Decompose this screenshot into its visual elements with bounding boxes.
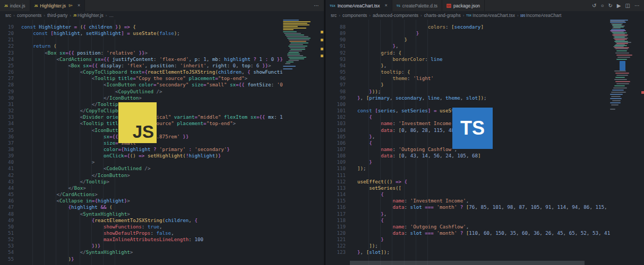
tab-label: index.js bbox=[10, 3, 25, 8]
code-line[interactable]: 114 { bbox=[325, 191, 644, 198]
line-number: 20 bbox=[0, 30, 14, 37]
code-line[interactable]: 122 ]); bbox=[325, 243, 644, 249]
run-icon[interactable]: ▶ bbox=[617, 3, 621, 8]
code-line[interactable]: 46 <Collapse in={highlight}> bbox=[0, 198, 324, 204]
code-line[interactable]: 34 <Tooltip title="Show the source" plac… bbox=[0, 120, 324, 127]
code-line[interactable]: 42 </IconButton> bbox=[0, 172, 324, 179]
breadcrumb-item-components[interactable]: components bbox=[17, 13, 41, 18]
code-text: {highlight && ( bbox=[21, 204, 113, 210]
code-line[interactable]: 52 maxInlineAttributesLineLength: 100 bbox=[0, 236, 324, 243]
code-line[interactable]: 35 <IconButton bbox=[0, 127, 324, 134]
code-line[interactable]: 51 showDefaultProps: false, bbox=[0, 230, 324, 236]
nav-back-icon[interactable]: ↺ bbox=[592, 3, 596, 8]
code-line[interactable]: 21 bbox=[0, 37, 324, 43]
code-line[interactable]: 119 name: 'Outgoing Cashflow', bbox=[325, 224, 644, 230]
breadcrumb-item-src[interactable]: src bbox=[331, 13, 337, 18]
code-line[interactable]: 118 { bbox=[325, 217, 644, 224]
code-line[interactable]: 120 data: slot === 'month' ? [110, 60, 1… bbox=[325, 230, 644, 236]
tab-Highlighter.js[interactable]: JSHighlighter.js9+× bbox=[30, 0, 85, 11]
code-line[interactable]: 28 <IconButton color="secondary" size="s… bbox=[0, 82, 324, 88]
code-line[interactable]: 24 <CardActions sx={{ justifyContent: 'f… bbox=[0, 56, 324, 63]
code-line[interactable]: 117 }, bbox=[325, 211, 644, 217]
code-line[interactable]: 111 bbox=[325, 172, 644, 179]
editor-left[interactable]: 19const Highlighter = ({ children }) => … bbox=[0, 20, 324, 265]
code-line[interactable]: 95 tooltip: { bbox=[325, 69, 644, 75]
code-line[interactable]: 116 data: slot === 'month' ? [76, 85, 10… bbox=[325, 204, 644, 210]
code-line[interactable]: 49 {reactElementToJSXString(children, { bbox=[0, 217, 324, 224]
tab-createPalette.d.ts[interactable]: TScreatePalette.d.ts bbox=[392, 0, 442, 11]
close-icon[interactable]: × bbox=[78, 3, 80, 8]
code-line[interactable]: 39 onClick={() => setHighlight(!highligh… bbox=[0, 153, 324, 159]
tab-IncomeAreaChart.tsx[interactable]: TSXIncomeAreaChart.tsx× bbox=[325, 0, 392, 11]
minimap-line bbox=[611, 104, 619, 105]
code-line[interactable]: 37 size="small" bbox=[0, 140, 324, 146]
tab-package.json[interactable]: npmpackage.json bbox=[442, 0, 485, 11]
code-line[interactable]: 50 showFunctions: true, bbox=[0, 224, 324, 230]
split-editor-icon[interactable]: ◫ bbox=[625, 3, 630, 8]
code-line[interactable]: 32 </CopyToClipboard> bbox=[0, 108, 324, 114]
breadcrumb-item-components[interactable]: components bbox=[342, 13, 367, 18]
code-line[interactable]: 112useEffect(() => { bbox=[325, 179, 644, 185]
breadcrumb-item-third-party[interactable]: third-party bbox=[47, 13, 67, 18]
code-line[interactable]: 110]); bbox=[325, 165, 644, 172]
code-line[interactable]: 96 theme: 'light' bbox=[325, 75, 644, 82]
code-line[interactable]: 108 data: [0, 43, 14, 56, 24, 105, 68] bbox=[325, 153, 644, 159]
nav-forward-icon[interactable]: ↻ bbox=[608, 3, 612, 8]
code-line[interactable]: 90 } bbox=[325, 37, 644, 43]
code-line[interactable]: 93 borderColor: line bbox=[325, 56, 644, 63]
code-line[interactable]: 91 }, bbox=[325, 43, 644, 49]
close-icon[interactable]: × bbox=[385, 3, 388, 8]
breadcrumb-item-advanced-components[interactable]: advanced-components bbox=[373, 13, 418, 18]
code-line[interactable]: 40 > bbox=[0, 159, 324, 165]
code-line[interactable]: 23 <Box sx={{ position: 'relative' }}> bbox=[0, 50, 324, 56]
code-line[interactable]: 36 sx={{ fontSize: '0.875rem' }} bbox=[0, 134, 324, 140]
code-line[interactable]: 30 </IconButton> bbox=[0, 95, 324, 101]
breadcrumb-item-…[interactable]: … bbox=[109, 13, 114, 18]
code-line[interactable]: 41 <CodeOutlined /> bbox=[0, 165, 324, 172]
code-line[interactable]: 44 </Box> bbox=[0, 185, 324, 191]
code-line[interactable]: 113 setSeries([ bbox=[325, 185, 644, 191]
more-actions-icon[interactable]: ⋯ bbox=[314, 3, 319, 8]
code-line[interactable]: 99}, [primary, secondary, line, theme, s… bbox=[325, 95, 644, 101]
code-line[interactable]: 115 name: 'Investment Income', bbox=[325, 198, 644, 204]
code-line[interactable]: 54 </SyntaxHighlight> bbox=[0, 249, 324, 255]
code-line[interactable]: 43 </Tooltip> bbox=[0, 179, 324, 185]
breadcrumb-item-Highlighter.js[interactable]: JSHighlighter.js bbox=[73, 13, 104, 18]
code-line[interactable]: 47 {highlight && ( bbox=[0, 204, 324, 210]
minimap[interactable] bbox=[283, 20, 314, 265]
code-line[interactable]: 53 })} bbox=[0, 243, 324, 249]
code-line[interactable]: 55 )} bbox=[0, 256, 324, 262]
breadcrumb-item-src[interactable]: src bbox=[5, 13, 11, 18]
code-line[interactable]: 97 } bbox=[325, 82, 644, 88]
code-line[interactable]: 29 <CopyOutlined /> bbox=[0, 89, 324, 95]
code-line[interactable]: 27 <Tooltip title="Copy the source" plac… bbox=[0, 75, 324, 82]
code-line[interactable]: 92 grid: { bbox=[325, 50, 644, 56]
code-line[interactable]: 94 }, bbox=[325, 63, 644, 69]
code-line[interactable]: 88 colors: [secondary] bbox=[325, 24, 644, 30]
code-line[interactable]: 26 <CopyToClipboard text={reactElementTo… bbox=[0, 69, 324, 75]
minimap[interactable] bbox=[610, 20, 640, 265]
code-line[interactable]: 38 color={highlight ? 'primary' : 'secon… bbox=[0, 146, 324, 153]
tab-index.js[interactable]: JSindex.js bbox=[0, 0, 30, 11]
code-line[interactable]: 89 } bbox=[325, 30, 644, 37]
code-line[interactable]: 19const Highlighter = ({ children }) => … bbox=[0, 24, 324, 30]
code-area[interactable]: 19const Highlighter = ({ children }) => … bbox=[0, 20, 324, 265]
code-line[interactable]: 121 } bbox=[325, 236, 644, 243]
breadcrumb-item-IncomeAreaChart.tsx[interactable]: TSXIncomeAreaChart.tsx bbox=[466, 13, 515, 18]
code-line[interactable]: 20 const [highlight, setHighlight] = use… bbox=[0, 30, 324, 37]
code-line[interactable]: 22 return ( bbox=[0, 43, 324, 49]
code-line[interactable]: 31 </Tooltip> bbox=[0, 101, 324, 108]
breadcrumb-item-charts-and-graphs[interactable]: charts-and-graphs bbox=[424, 13, 461, 18]
horizontal-scrollbar[interactable] bbox=[350, 261, 585, 265]
breadcrumb-item-IncomeAreaChart[interactable]: [@]IncomeAreaChart bbox=[521, 13, 562, 18]
code-line[interactable]: 123}, [slot]); bbox=[325, 249, 644, 255]
code-line[interactable]: 100 bbox=[325, 101, 644, 108]
code-line[interactable]: 48 <SyntaxHighlight> bbox=[0, 211, 324, 217]
code-line[interactable]: 25 <Box sx={{ display: 'flex', position:… bbox=[0, 63, 324, 69]
code-line[interactable]: 109 } bbox=[325, 159, 644, 165]
code-line[interactable]: 33 <Divider orientation="vertical" varia… bbox=[0, 114, 324, 120]
code-line[interactable]: 98 })); bbox=[325, 89, 644, 95]
nav-dot-icon[interactable]: ○ bbox=[600, 3, 604, 8]
more-actions-icon[interactable]: ⋯ bbox=[634, 3, 640, 8]
code-line[interactable]: 45 </CardActions> bbox=[0, 191, 324, 198]
